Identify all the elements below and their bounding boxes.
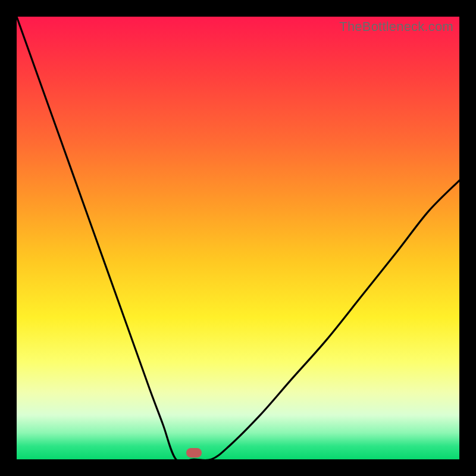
optimum-marker	[186, 448, 202, 458]
curve-path	[17, 17, 459, 462]
bottleneck-curve	[17, 17, 459, 459]
plot-area: TheBottleneck.com	[17, 17, 459, 459]
chart-frame: TheBottleneck.com	[0, 0, 476, 476]
